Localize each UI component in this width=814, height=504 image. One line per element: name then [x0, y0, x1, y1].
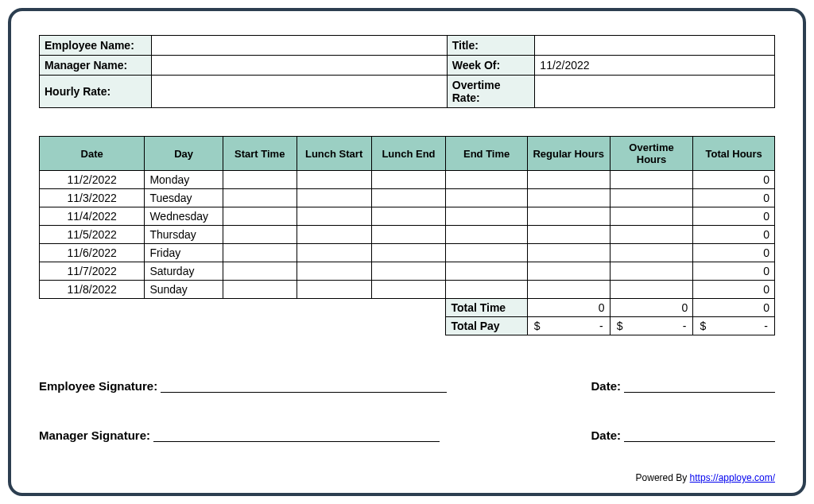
cell-overtime-hours[interactable] [610, 171, 693, 189]
regular-total: 0 [527, 299, 610, 317]
employee-signature-row: Employee Signature: Date: [39, 379, 775, 393]
cell-end-time[interactable] [446, 244, 527, 262]
cell-day[interactable]: Friday [145, 244, 223, 262]
cell-lunch-start[interactable] [297, 262, 371, 281]
regular-pay: $- [527, 317, 610, 335]
cell-lunch-start[interactable] [297, 207, 371, 226]
title-value[interactable] [535, 36, 775, 56]
cell-date[interactable]: 11/8/2022 [40, 281, 145, 299]
table-row: 11/4/2022 Wednesday 0 [40, 207, 775, 226]
cell-date[interactable]: 11/7/2022 [40, 262, 145, 281]
info-row: Hourly Rate: Overtime Rate: [40, 76, 775, 108]
employee-signature-group: Employee Signature: [39, 379, 447, 393]
cell-overtime-hours[interactable] [610, 226, 693, 244]
cell-start-time[interactable] [223, 207, 297, 226]
cell-total-hours: 0 [693, 226, 775, 244]
total-pay: $- [693, 317, 775, 335]
cell-regular-hours[interactable] [527, 207, 610, 226]
cell-regular-hours[interactable] [527, 262, 610, 281]
cell-start-time[interactable] [223, 262, 297, 281]
cell-lunch-start[interactable] [297, 226, 371, 244]
cell-lunch-end[interactable] [371, 171, 446, 189]
cell-lunch-end[interactable] [371, 189, 446, 207]
employee-date-label: Date: [591, 379, 621, 393]
manager-date-line[interactable] [624, 429, 775, 442]
table-row: 11/3/2022 Tuesday 0 [40, 189, 775, 207]
header-day: Day [145, 137, 223, 171]
cell-date[interactable]: 11/3/2022 [40, 189, 145, 207]
cell-total-hours: 0 [693, 207, 775, 226]
cell-regular-hours[interactable] [527, 281, 610, 299]
cell-end-time[interactable] [446, 207, 527, 226]
cell-day[interactable]: Monday [145, 171, 223, 189]
header-row: Date Day Start Time Lunch Start Lunch En… [40, 137, 775, 171]
cell-lunch-end[interactable] [371, 281, 446, 299]
cell-lunch-end[interactable] [371, 244, 446, 262]
cell-date[interactable]: 11/2/2022 [40, 171, 145, 189]
manager-name-value[interactable] [151, 56, 447, 76]
cell-lunch-start[interactable] [297, 171, 371, 189]
cell-end-time[interactable] [446, 171, 527, 189]
cell-end-time[interactable] [446, 262, 527, 281]
cell-overtime-hours[interactable] [610, 189, 693, 207]
cell-lunch-end[interactable] [371, 226, 446, 244]
manager-signature-label: Manager Signature: [39, 428, 150, 442]
cell-day[interactable]: Tuesday [145, 189, 223, 207]
cell-lunch-end[interactable] [371, 262, 446, 281]
cell-total-hours: 0 [693, 281, 775, 299]
cell-regular-hours[interactable] [527, 189, 610, 207]
total-time-label: Total Time [446, 299, 527, 317]
hours-total: 0 [693, 299, 775, 317]
employee-signature-label: Employee Signature: [39, 379, 157, 393]
info-row: Employee Name: Title: [40, 36, 775, 56]
cell-overtime-hours[interactable] [610, 262, 693, 281]
cell-end-time[interactable] [446, 226, 527, 244]
cell-start-time[interactable] [223, 171, 297, 189]
overtime-pay: $- [610, 317, 693, 335]
employee-date-line[interactable] [624, 380, 775, 393]
cell-start-time[interactable] [223, 226, 297, 244]
hourly-rate-value[interactable] [151, 76, 447, 108]
cell-regular-hours[interactable] [527, 244, 610, 262]
cell-lunch-start[interactable] [297, 281, 371, 299]
cell-lunch-start[interactable] [297, 189, 371, 207]
header-overtime-hours: Overtime Hours [610, 137, 693, 171]
cell-overtime-hours[interactable] [610, 281, 693, 299]
cell-date[interactable]: 11/4/2022 [40, 207, 145, 226]
table-row: 11/5/2022 Thursday 0 [40, 226, 775, 244]
cell-regular-hours[interactable] [527, 226, 610, 244]
cell-lunch-end[interactable] [371, 207, 446, 226]
cell-total-hours: 0 [693, 262, 775, 281]
cell-date[interactable]: 11/5/2022 [40, 226, 145, 244]
cell-day[interactable]: Wednesday [145, 207, 223, 226]
employee-name-value[interactable] [151, 36, 447, 56]
manager-signature-line[interactable] [153, 429, 440, 442]
cell-day[interactable]: Sunday [145, 281, 223, 299]
apploye-link[interactable]: https://apploye.com/ [690, 472, 775, 483]
cell-day[interactable]: Saturday [145, 262, 223, 281]
cell-day[interactable]: Thursday [145, 226, 223, 244]
cell-end-time[interactable] [446, 281, 527, 299]
cell-total-hours: 0 [693, 244, 775, 262]
cell-overtime-hours[interactable] [610, 207, 693, 226]
overtime-rate-value[interactable] [535, 76, 775, 108]
cell-end-time[interactable] [446, 189, 527, 207]
employee-signature-line[interactable] [161, 380, 447, 393]
week-of-label: Week Of: [447, 56, 535, 76]
total-time-row: Total Time 0 0 0 [40, 299, 775, 317]
cell-lunch-start[interactable] [297, 244, 371, 262]
header-total-hours: Total Hours [693, 137, 775, 171]
header-lunch-end: Lunch End [371, 137, 446, 171]
week-of-value[interactable]: 11/2/2022 [535, 56, 775, 76]
total-pay-label: Total Pay [446, 317, 527, 335]
manager-signature-group: Manager Signature: [39, 428, 440, 442]
cell-total-hours: 0 [693, 189, 775, 207]
cell-start-time[interactable] [223, 281, 297, 299]
cell-overtime-hours[interactable] [610, 244, 693, 262]
cell-start-time[interactable] [223, 189, 297, 207]
cell-date[interactable]: 11/6/2022 [40, 244, 145, 262]
header-end-time: End Time [446, 137, 527, 171]
header-regular-hours: Regular Hours [527, 137, 610, 171]
cell-start-time[interactable] [223, 244, 297, 262]
cell-regular-hours[interactable] [527, 171, 610, 189]
